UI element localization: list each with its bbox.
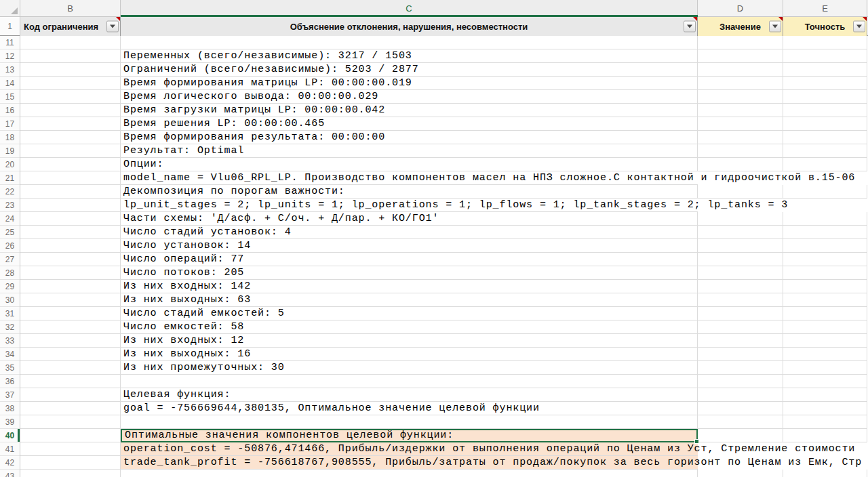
cell-E27[interactable] bbox=[783, 253, 867, 266]
cell-B38[interactable] bbox=[20, 402, 121, 415]
column-header-b[interactable]: B bbox=[20, 0, 121, 17]
row-header-35[interactable]: 35 bbox=[0, 361, 20, 375]
cell-B31[interactable] bbox=[20, 307, 121, 320]
cell-C27[interactable]: Число операций: 77 bbox=[121, 253, 698, 266]
row-header-22[interactable]: 22 bbox=[0, 185, 20, 199]
cell-E32[interactable] bbox=[783, 320, 867, 334]
cell-C36[interactable] bbox=[121, 375, 698, 388]
cell-D19[interactable] bbox=[698, 144, 783, 158]
cell-E20[interactable] bbox=[783, 158, 867, 171]
cell-D33[interactable] bbox=[698, 334, 783, 348]
row-header-40[interactable]: 40 bbox=[0, 429, 20, 442]
cell-B41[interactable] bbox=[20, 442, 121, 456]
fill-handle[interactable] bbox=[694, 439, 699, 444]
row-header-29[interactable]: 29 bbox=[0, 280, 20, 293]
cell-E22[interactable] bbox=[783, 185, 867, 199]
cell-C18[interactable]: Время формирования результата: 00:00:00 bbox=[121, 131, 698, 144]
cell-E36[interactable] bbox=[783, 375, 867, 388]
cell-B34[interactable] bbox=[20, 348, 121, 361]
cell-E35[interactable] bbox=[783, 361, 867, 375]
cell-B11[interactable] bbox=[20, 36, 121, 49]
cell-E13[interactable] bbox=[783, 63, 867, 77]
cell-C37[interactable]: Целевая функция: bbox=[121, 388, 698, 402]
cell-E33[interactable] bbox=[783, 334, 867, 348]
cell-D26[interactable] bbox=[698, 239, 783, 253]
row-header-17[interactable]: 17 bbox=[0, 117, 20, 131]
cell-C21[interactable]: model_name = Vlu06_RPL_LP. Производство … bbox=[121, 171, 698, 185]
cell-C32[interactable]: Число емкостей: 58 bbox=[121, 320, 698, 334]
row-header-31[interactable]: 31 bbox=[0, 307, 20, 320]
row-header-12[interactable]: 12 bbox=[0, 49, 20, 63]
cell-E43[interactable] bbox=[783, 470, 867, 477]
row-header-21[interactable]: 21 bbox=[0, 171, 20, 185]
cell-E40[interactable] bbox=[783, 429, 867, 442]
row-header-37[interactable]: 37 bbox=[0, 388, 20, 402]
cell-E19[interactable] bbox=[783, 144, 867, 158]
cell-C24[interactable]: Части схемы: 'Д/асф. + С/оч. + Д/пар. + … bbox=[121, 212, 698, 226]
cell-D13[interactable] bbox=[698, 63, 783, 77]
cell-B29[interactable] bbox=[20, 280, 121, 293]
cell-D25[interactable] bbox=[698, 226, 783, 239]
row-header-13[interactable]: 13 bbox=[0, 63, 20, 77]
row-header-32[interactable]: 32 bbox=[0, 320, 20, 334]
cell-D28[interactable] bbox=[698, 266, 783, 280]
row-header-30[interactable]: 30 bbox=[0, 293, 20, 307]
cell-C23[interactable]: lp_unit_stages = 2; lp_units = 1; lp_ope… bbox=[121, 199, 698, 212]
filter-button[interactable] bbox=[769, 21, 781, 33]
column-header-e[interactable]: E bbox=[783, 0, 867, 17]
row-header-19[interactable]: 19 bbox=[0, 144, 20, 158]
cell-D11[interactable] bbox=[698, 36, 783, 49]
row-header-36[interactable]: 36 bbox=[0, 375, 20, 388]
cell-B15[interactable] bbox=[20, 90, 121, 104]
cell-D14[interactable] bbox=[698, 77, 783, 90]
header-cell-explanation[interactable]: Объяснение отклонения, нарушения, несовм… bbox=[121, 17, 698, 36]
cell-B40[interactable] bbox=[20, 429, 121, 442]
cell-B42[interactable] bbox=[20, 456, 121, 470]
cell-D16[interactable] bbox=[698, 104, 783, 117]
cell-B23[interactable] bbox=[20, 199, 121, 212]
cell-E38[interactable] bbox=[783, 402, 867, 415]
cell-E34[interactable] bbox=[783, 348, 867, 361]
cell-D38[interactable] bbox=[698, 402, 783, 415]
cell-E16[interactable] bbox=[783, 104, 867, 117]
cell-E29[interactable] bbox=[783, 280, 867, 293]
cell-B33[interactable] bbox=[20, 334, 121, 348]
cell-D34[interactable] bbox=[698, 348, 783, 361]
cell-C41[interactable]: operation_cost = -50876,471466, Прибыль/… bbox=[121, 442, 698, 456]
header-cell-value[interactable]: Значение bbox=[698, 17, 783, 36]
select-all-corner[interactable] bbox=[0, 0, 20, 17]
cell-E37[interactable] bbox=[783, 388, 867, 402]
filter-button[interactable] bbox=[684, 21, 696, 33]
row-header-34[interactable]: 34 bbox=[0, 348, 20, 361]
cell-B20[interactable] bbox=[20, 158, 121, 171]
cell-B36[interactable] bbox=[20, 375, 121, 388]
cell-C42[interactable]: trade_tank_profit = -756618767,908555, П… bbox=[121, 456, 698, 470]
header-cell-constraint-code[interactable]: Код ограничения bbox=[20, 17, 121, 36]
cell-D40[interactable] bbox=[698, 429, 783, 442]
cell-B18[interactable] bbox=[20, 131, 121, 144]
cell-B14[interactable] bbox=[20, 77, 121, 90]
row-header-42[interactable]: 42 bbox=[0, 456, 20, 470]
cell-D30[interactable] bbox=[698, 293, 783, 307]
cell-C22[interactable]: Декомпозиция по порогам важности: bbox=[121, 185, 698, 199]
cell-E31[interactable] bbox=[783, 307, 867, 320]
cell-B16[interactable] bbox=[20, 104, 121, 117]
row-header-25[interactable]: 25 bbox=[0, 226, 20, 239]
cell-E11[interactable] bbox=[783, 36, 867, 49]
cell-C39[interactable] bbox=[121, 415, 698, 429]
cell-E15[interactable] bbox=[783, 90, 867, 104]
cell-B32[interactable] bbox=[20, 320, 121, 334]
row-header-14[interactable]: 14 bbox=[0, 77, 20, 90]
cell-B17[interactable] bbox=[20, 117, 121, 131]
cell-E30[interactable] bbox=[783, 293, 867, 307]
cell-B25[interactable] bbox=[20, 226, 121, 239]
cell-C38[interactable]: goal = -756669644,380135, Оптимальное зн… bbox=[121, 402, 698, 415]
column-header-d[interactable]: D bbox=[698, 0, 783, 17]
cell-E26[interactable] bbox=[783, 239, 867, 253]
cell-D20[interactable] bbox=[698, 158, 783, 171]
cell-D32[interactable] bbox=[698, 320, 783, 334]
cell-D12[interactable] bbox=[698, 49, 783, 63]
row-header-41[interactable]: 41 bbox=[0, 442, 20, 456]
cell-C40[interactable]: Оптимальные значения компонентов целевой… bbox=[121, 429, 698, 442]
cell-D39[interactable] bbox=[698, 415, 783, 429]
